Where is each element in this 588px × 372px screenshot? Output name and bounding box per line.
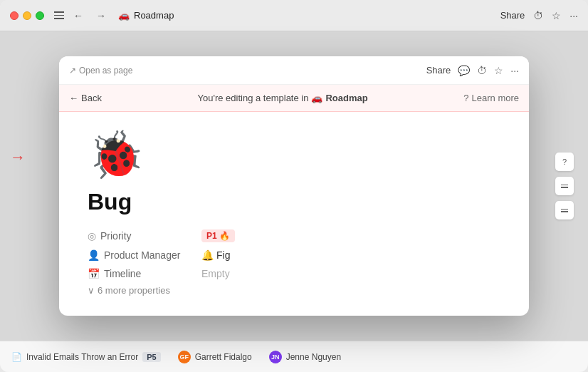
forward-nav-button[interactable]: → (93, 7, 110, 24)
sidebar-toggle-icon[interactable] (54, 11, 64, 19)
strip-help-button[interactable]: ? (555, 153, 574, 171)
titlebar-right: Share ⏱ ☆ ··· (500, 10, 578, 21)
question-icon: ? (463, 93, 468, 103)
priority-label-text: Priority (100, 230, 132, 242)
priority-badge[interactable]: P1 🔥 (201, 229, 235, 242)
bottom-item-jenne[interactable]: JN Jenne Nguyen (269, 351, 341, 363)
fig-icon: 🔔 (201, 249, 214, 261)
priority-label: ◎ Priority (88, 230, 201, 242)
property-list: ◎ Priority P1 🔥 👤 Product Manager (88, 229, 500, 279)
product-manager-label-text: Product Manager (104, 249, 180, 261)
link-icon: ↗ (69, 66, 76, 76)
title-emoji: 🚗 (118, 10, 130, 21)
modal-comment-icon[interactable]: 💬 (458, 65, 470, 76)
priority-value[interactable]: P1 🔥 (201, 229, 235, 242)
traffic-lights (10, 11, 44, 20)
more-properties-button[interactable]: ∨ 6 more properties (88, 285, 500, 296)
product-manager-value[interactable]: 🔔 Fig (201, 249, 230, 261)
target-icon: ◎ (88, 230, 96, 242)
titlebar: ← → 🚗 Roadmap Share ⏱ ☆ ··· (0, 0, 588, 31)
page-title: Bug (88, 189, 500, 215)
right-strip: ? (555, 153, 574, 219)
modal-star-icon[interactable]: ☆ (494, 65, 503, 76)
clock-icon[interactable]: ⏱ (533, 10, 543, 21)
timeline-label-text: Timeline (104, 268, 141, 279)
modal-clock-icon[interactable]: ⏱ (477, 65, 487, 76)
property-row-product-manager: 👤 Product Manager 🔔 Fig (88, 249, 500, 261)
arrow-indicator: → (10, 148, 26, 167)
timeline-value[interactable]: Empty (201, 268, 230, 279)
jenne-avatar: JN (269, 351, 282, 363)
modal-content: 🐞 Bug ◎ Priority P1 🔥 (59, 112, 529, 316)
learn-more-link[interactable]: ? Learn more (463, 93, 519, 103)
property-row-timeline: 📅 Timeline Empty (88, 268, 500, 279)
share-button[interactable]: Share (500, 10, 525, 21)
calendar-icon: 📅 (88, 268, 100, 279)
strip-menu1-button[interactable] (555, 177, 574, 195)
garrett-avatar: GF (178, 351, 191, 363)
doc-label: Invalid Emails Throw an Error (26, 352, 138, 362)
jenne-label: Jenne Nguyen (286, 352, 341, 362)
modal-topbar-right: Share 💬 ⏱ ☆ ··· (426, 65, 519, 76)
strip-menu2-button[interactable] (555, 201, 574, 219)
back-nav-button[interactable]: ← (70, 7, 87, 24)
window-title: 🚗 Roadmap (118, 10, 174, 21)
back-label: Back (81, 93, 102, 103)
modal-share-button[interactable]: Share (426, 65, 451, 76)
minimize-button[interactable] (23, 11, 31, 20)
banner-message: You're editing a template in 🚗 Roadmap (102, 93, 463, 103)
bottom-item-garrett[interactable]: GF Garrett Fidalgo (178, 351, 252, 363)
maximize-button[interactable] (36, 11, 44, 20)
star-icon[interactable]: ☆ (552, 10, 561, 21)
banner-workspace-name: Roadmap (325, 93, 367, 103)
bottom-item-doc[interactable]: 📄 Invalid Emails Throw an Error P5 (11, 352, 161, 362)
close-button[interactable] (10, 11, 19, 20)
open-as-page-link[interactable]: ↗ Open as page (69, 66, 132, 76)
template-banner: ← Back You're editing a template in 🚗 Ro… (59, 85, 529, 112)
timeline-label: 📅 Timeline (88, 268, 201, 279)
learn-more-label: Learn more (472, 93, 519, 103)
modal: ↗ Open as page Share 💬 ⏱ ☆ ··· ← Back (59, 56, 529, 316)
fig-name: Fig (216, 249, 230, 261)
p5-badge: P5 (142, 352, 160, 362)
chevron-down-icon: ∨ (88, 285, 95, 296)
window: ← → 🚗 Roadmap Share ⏱ ☆ ··· → ↗ Open as … (0, 0, 588, 372)
more-options-icon[interactable]: ··· (569, 10, 578, 21)
title-text: Roadmap (134, 10, 174, 21)
timeline-empty-text: Empty (201, 268, 230, 279)
open-as-page-label: Open as page (79, 66, 132, 76)
banner-message-prefix: You're editing a template in (198, 93, 309, 103)
doc-icon: 📄 (11, 352, 22, 362)
modal-more-icon[interactable]: ··· (510, 65, 519, 76)
more-properties-label: 6 more properties (98, 285, 170, 296)
page-emoji[interactable]: 🐞 (88, 132, 500, 177)
person-icon: 👤 (88, 249, 100, 261)
banner-workspace-emoji: 🚗 (311, 93, 322, 103)
back-arrow-icon: ← (69, 93, 78, 103)
main-area: → ↗ Open as page Share 💬 ⏱ ☆ ··· (0, 31, 588, 341)
product-manager-label: 👤 Product Manager (88, 249, 201, 261)
bottom-bar: 📄 Invalid Emails Throw an Error P5 GF Ga… (0, 341, 588, 372)
modal-topbar: ↗ Open as page Share 💬 ⏱ ☆ ··· (59, 56, 529, 85)
back-button[interactable]: ← Back (69, 93, 102, 103)
garrett-label: Garrett Fidalgo (195, 352, 252, 362)
property-row-priority: ◎ Priority P1 🔥 (88, 229, 500, 242)
